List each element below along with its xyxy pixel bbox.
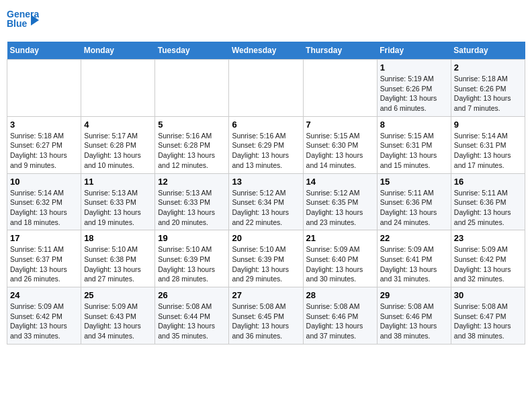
calendar-cell bbox=[155, 60, 229, 117]
cell-content: Sunrise: 5:09 AM Sunset: 6:42 PM Dayligh… bbox=[454, 244, 522, 284]
calendar-header-row: SundayMondayTuesdayWednesdayThursdayFrid… bbox=[7, 42, 525, 60]
calendar-cell: 2Sunrise: 5:18 AM Sunset: 6:26 PM Daylig… bbox=[451, 60, 525, 117]
calendar-cell bbox=[7, 60, 81, 117]
cell-content: Sunrise: 5:08 AM Sunset: 6:46 PM Dayligh… bbox=[306, 302, 374, 341]
calendar-cell: 10Sunrise: 5:14 AM Sunset: 6:32 PM Dayli… bbox=[7, 173, 81, 230]
cell-content: Sunrise: 5:12 AM Sunset: 6:34 PM Dayligh… bbox=[232, 188, 300, 228]
cell-content: Sunrise: 5:16 AM Sunset: 6:28 PM Dayligh… bbox=[158, 131, 226, 171]
cell-content: Sunrise: 5:08 AM Sunset: 6:46 PM Dayligh… bbox=[380, 302, 448, 341]
day-number: 11 bbox=[84, 177, 152, 187]
calendar-cell: 26Sunrise: 5:08 AM Sunset: 6:44 PM Dayli… bbox=[155, 287, 229, 345]
cell-content: Sunrise: 5:08 AM Sunset: 6:47 PM Dayligh… bbox=[454, 302, 522, 341]
calendar-cell bbox=[303, 60, 377, 117]
calendar-cell: 9Sunrise: 5:14 AM Sunset: 6:31 PM Daylig… bbox=[451, 116, 525, 173]
day-number: 26 bbox=[158, 290, 226, 300]
cell-content: Sunrise: 5:17 AM Sunset: 6:28 PM Dayligh… bbox=[84, 131, 152, 171]
col-header-sunday: Sunday bbox=[7, 42, 81, 60]
cell-content: Sunrise: 5:10 AM Sunset: 6:39 PM Dayligh… bbox=[232, 244, 300, 284]
calendar-cell: 30Sunrise: 5:08 AM Sunset: 6:47 PM Dayli… bbox=[451, 287, 525, 345]
cell-content: Sunrise: 5:18 AM Sunset: 6:26 PM Dayligh… bbox=[454, 74, 522, 113]
calendar-cell: 22Sunrise: 5:09 AM Sunset: 6:41 PM Dayli… bbox=[377, 230, 451, 287]
day-number: 5 bbox=[158, 120, 226, 130]
cell-content: Sunrise: 5:09 AM Sunset: 6:43 PM Dayligh… bbox=[84, 302, 152, 341]
day-number: 4 bbox=[84, 120, 152, 130]
page-header: General Blue bbox=[7, 7, 525, 36]
cell-content: Sunrise: 5:13 AM Sunset: 6:33 PM Dayligh… bbox=[158, 188, 226, 228]
day-number: 8 bbox=[380, 120, 448, 130]
week-row-4: 17Sunrise: 5:11 AM Sunset: 6:37 PM Dayli… bbox=[7, 230, 525, 287]
day-number: 22 bbox=[380, 233, 448, 243]
col-header-saturday: Saturday bbox=[451, 42, 525, 60]
calendar-cell: 8Sunrise: 5:15 AM Sunset: 6:31 PM Daylig… bbox=[377, 116, 451, 173]
calendar-cell: 6Sunrise: 5:16 AM Sunset: 6:29 PM Daylig… bbox=[229, 116, 303, 173]
calendar-cell: 5Sunrise: 5:16 AM Sunset: 6:28 PM Daylig… bbox=[155, 116, 229, 173]
calendar-cell: 25Sunrise: 5:09 AM Sunset: 6:43 PM Dayli… bbox=[81, 287, 155, 345]
day-number: 10 bbox=[10, 177, 78, 187]
week-row-3: 10Sunrise: 5:14 AM Sunset: 6:32 PM Dayli… bbox=[7, 173, 525, 230]
cell-content: Sunrise: 5:08 AM Sunset: 6:44 PM Dayligh… bbox=[158, 302, 226, 341]
cell-content: Sunrise: 5:14 AM Sunset: 6:31 PM Dayligh… bbox=[454, 131, 522, 171]
calendar-cell: 12Sunrise: 5:13 AM Sunset: 6:33 PM Dayli… bbox=[155, 173, 229, 230]
day-number: 20 bbox=[232, 233, 300, 243]
cell-content: Sunrise: 5:09 AM Sunset: 6:40 PM Dayligh… bbox=[306, 244, 374, 284]
calendar-cell: 4Sunrise: 5:17 AM Sunset: 6:28 PM Daylig… bbox=[81, 116, 155, 173]
cell-content: Sunrise: 5:09 AM Sunset: 6:41 PM Dayligh… bbox=[380, 244, 448, 284]
cell-content: Sunrise: 5:08 AM Sunset: 6:45 PM Dayligh… bbox=[232, 302, 300, 341]
week-row-1: 1Sunrise: 5:19 AM Sunset: 6:26 PM Daylig… bbox=[7, 60, 525, 117]
day-number: 16 bbox=[454, 177, 522, 187]
logo: General Blue bbox=[7, 7, 39, 36]
calendar-cell: 7Sunrise: 5:15 AM Sunset: 6:30 PM Daylig… bbox=[303, 116, 377, 173]
day-number: 25 bbox=[84, 290, 152, 300]
day-number: 18 bbox=[84, 233, 152, 243]
day-number: 30 bbox=[454, 290, 522, 300]
calendar-cell: 29Sunrise: 5:08 AM Sunset: 6:46 PM Dayli… bbox=[377, 287, 451, 345]
week-row-5: 24Sunrise: 5:09 AM Sunset: 6:42 PM Dayli… bbox=[7, 287, 525, 345]
day-number: 3 bbox=[10, 120, 78, 130]
calendar-cell: 1Sunrise: 5:19 AM Sunset: 6:26 PM Daylig… bbox=[377, 60, 451, 117]
cell-content: Sunrise: 5:15 AM Sunset: 6:30 PM Dayligh… bbox=[306, 131, 374, 171]
cell-content: Sunrise: 5:19 AM Sunset: 6:26 PM Dayligh… bbox=[380, 74, 448, 113]
cell-content: Sunrise: 5:11 AM Sunset: 6:36 PM Dayligh… bbox=[380, 188, 448, 228]
day-number: 23 bbox=[454, 233, 522, 243]
calendar-cell: 19Sunrise: 5:10 AM Sunset: 6:39 PM Dayli… bbox=[155, 230, 229, 287]
day-number: 1 bbox=[380, 62, 448, 73]
day-number: 2 bbox=[454, 62, 522, 73]
calendar-cell: 23Sunrise: 5:09 AM Sunset: 6:42 PM Dayli… bbox=[451, 230, 525, 287]
col-header-tuesday: Tuesday bbox=[155, 42, 229, 60]
calendar-cell: 20Sunrise: 5:10 AM Sunset: 6:39 PM Dayli… bbox=[229, 230, 303, 287]
day-number: 12 bbox=[158, 177, 226, 187]
calendar-cell: 24Sunrise: 5:09 AM Sunset: 6:42 PM Dayli… bbox=[7, 287, 81, 345]
cell-content: Sunrise: 5:09 AM Sunset: 6:42 PM Dayligh… bbox=[10, 302, 78, 341]
calendar-cell: 28Sunrise: 5:08 AM Sunset: 6:46 PM Dayli… bbox=[303, 287, 377, 345]
day-number: 7 bbox=[306, 120, 374, 130]
cell-content: Sunrise: 5:14 AM Sunset: 6:32 PM Dayligh… bbox=[10, 188, 78, 228]
day-number: 29 bbox=[380, 290, 448, 300]
day-number: 28 bbox=[306, 290, 374, 300]
cell-content: Sunrise: 5:12 AM Sunset: 6:35 PM Dayligh… bbox=[306, 188, 374, 228]
day-number: 14 bbox=[306, 177, 374, 187]
cell-content: Sunrise: 5:16 AM Sunset: 6:29 PM Dayligh… bbox=[232, 131, 300, 171]
day-number: 19 bbox=[158, 233, 226, 243]
cell-content: Sunrise: 5:10 AM Sunset: 6:38 PM Dayligh… bbox=[84, 244, 152, 284]
calendar-cell: 13Sunrise: 5:12 AM Sunset: 6:34 PM Dayli… bbox=[229, 173, 303, 230]
calendar-cell: 3Sunrise: 5:18 AM Sunset: 6:27 PM Daylig… bbox=[7, 116, 81, 173]
calendar-table: SundayMondayTuesdayWednesdayThursdayFrid… bbox=[7, 42, 525, 345]
day-number: 9 bbox=[454, 120, 522, 130]
cell-content: Sunrise: 5:13 AM Sunset: 6:33 PM Dayligh… bbox=[84, 188, 152, 228]
day-number: 13 bbox=[232, 177, 300, 187]
cell-content: Sunrise: 5:15 AM Sunset: 6:31 PM Dayligh… bbox=[380, 131, 448, 171]
svg-text:Blue: Blue bbox=[7, 18, 28, 29]
col-header-friday: Friday bbox=[377, 42, 451, 60]
day-number: 15 bbox=[380, 177, 448, 187]
calendar-cell: 21Sunrise: 5:09 AM Sunset: 6:40 PM Dayli… bbox=[303, 230, 377, 287]
day-number: 6 bbox=[232, 120, 300, 130]
col-header-thursday: Thursday bbox=[303, 42, 377, 60]
day-number: 21 bbox=[306, 233, 374, 243]
day-number: 27 bbox=[232, 290, 300, 300]
col-header-wednesday: Wednesday bbox=[229, 42, 303, 60]
cell-content: Sunrise: 5:11 AM Sunset: 6:36 PM Dayligh… bbox=[454, 188, 522, 228]
calendar-cell bbox=[81, 60, 155, 117]
cell-content: Sunrise: 5:10 AM Sunset: 6:39 PM Dayligh… bbox=[158, 244, 226, 284]
calendar-cell: 15Sunrise: 5:11 AM Sunset: 6:36 PM Dayli… bbox=[377, 173, 451, 230]
day-number: 17 bbox=[10, 233, 78, 243]
